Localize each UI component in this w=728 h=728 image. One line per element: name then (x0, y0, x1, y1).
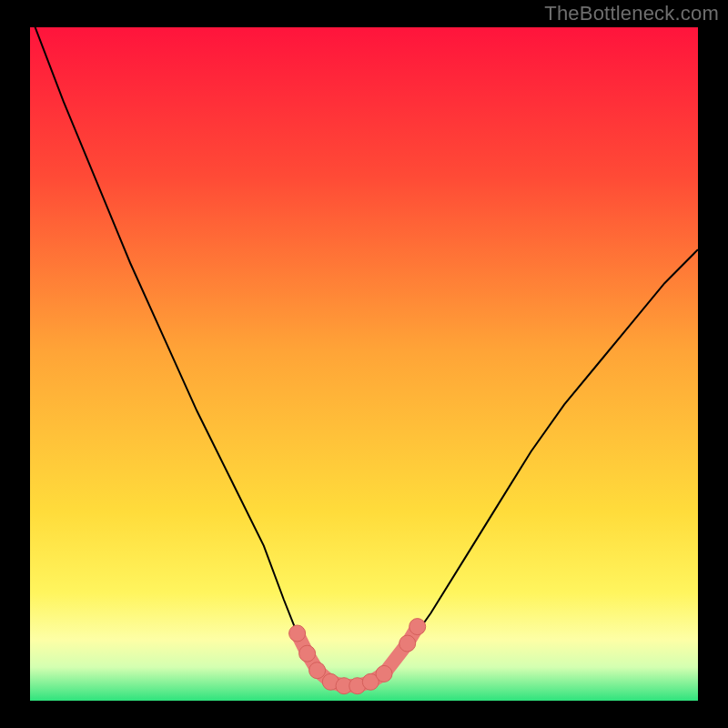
chart-container: TheBottleneck.com (0, 0, 728, 728)
marker-point (376, 665, 392, 682)
bottleneck-chart (30, 27, 698, 701)
plot-area (30, 27, 698, 701)
marker-point (289, 625, 306, 642)
marker-point (399, 635, 416, 652)
marker-point (299, 645, 316, 662)
watermark: TheBottleneck.com (544, 2, 719, 25)
marker-point (309, 662, 326, 679)
marker-point (410, 619, 426, 635)
